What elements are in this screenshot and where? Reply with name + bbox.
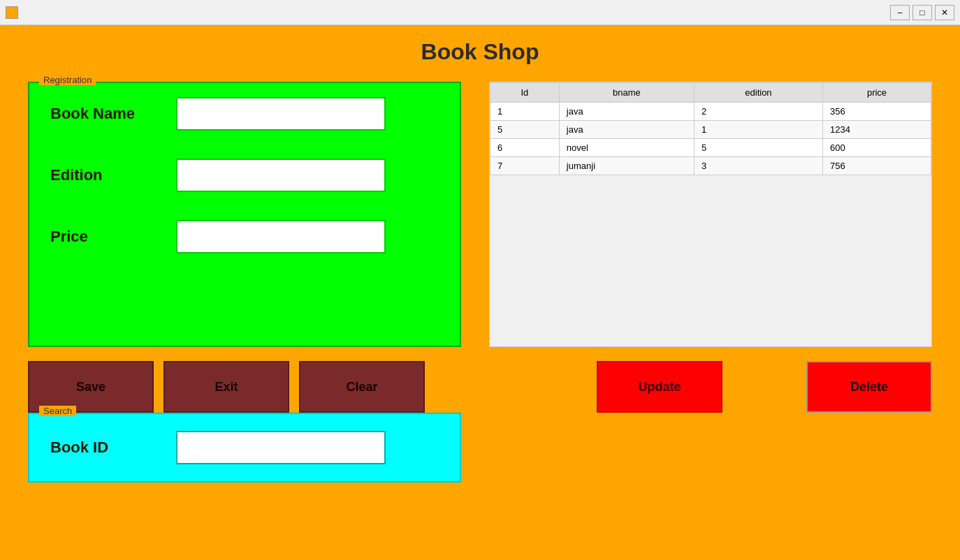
main-content: Book Shop Registration Book Name Edition… bbox=[0, 25, 960, 496]
page-title: Book Shop bbox=[28, 39, 932, 65]
title-bar-left bbox=[6, 6, 18, 19]
table-cell: java bbox=[559, 121, 694, 139]
content-row: Registration Book Name Edition Price Id bbox=[28, 82, 932, 347]
table-row[interactable]: 1java2356 bbox=[490, 103, 931, 121]
table-row[interactable]: 5java11234 bbox=[490, 121, 931, 139]
buttons-wrapper: Save Exit Clear Update Delete bbox=[28, 361, 932, 413]
search-legend: Search bbox=[39, 406, 76, 416]
table-cell: 5 bbox=[490, 121, 560, 139]
delete-button[interactable]: Delete bbox=[806, 361, 932, 413]
maximize-button[interactable]: □ bbox=[912, 5, 932, 20]
update-button[interactable]: Update bbox=[597, 361, 722, 413]
table-cell: 1234 bbox=[823, 121, 931, 139]
table-cell: 2 bbox=[694, 103, 822, 121]
price-label: Price bbox=[50, 228, 176, 246]
book-name-label: Book Name bbox=[50, 105, 176, 123]
book-name-input[interactable] bbox=[176, 97, 386, 131]
table-cell: 1 bbox=[490, 103, 560, 121]
title-bar-controls: – □ ✕ bbox=[890, 5, 954, 20]
col-price: price bbox=[823, 83, 931, 103]
table-cell: 756 bbox=[823, 157, 931, 175]
save-button[interactable]: Save bbox=[28, 361, 154, 413]
table-cell: jumanji bbox=[559, 157, 694, 175]
col-bname: bname bbox=[559, 83, 694, 103]
table-cell: 6 bbox=[490, 139, 560, 157]
book-name-row: Book Name bbox=[50, 97, 439, 131]
table-cell: 356 bbox=[823, 103, 931, 121]
table-cell: java bbox=[559, 103, 694, 121]
edition-row: Edition bbox=[50, 159, 439, 192]
table-cell: 3 bbox=[694, 157, 822, 175]
table-cell: 7 bbox=[490, 157, 560, 175]
book-table: Id bname edition price 1java23565java112… bbox=[490, 82, 931, 175]
app-icon bbox=[6, 6, 18, 19]
table-cell: 600 bbox=[823, 139, 931, 157]
col-edition: edition bbox=[694, 83, 822, 103]
book-id-input[interactable] bbox=[176, 431, 386, 464]
price-row: Price bbox=[50, 220, 439, 253]
edition-label: Edition bbox=[50, 166, 176, 184]
table-cell: 1 bbox=[694, 121, 822, 139]
minimize-button[interactable]: – bbox=[890, 5, 910, 20]
close-button[interactable]: ✕ bbox=[935, 5, 954, 20]
clear-button[interactable]: Clear bbox=[299, 361, 425, 413]
registration-panel: Registration Book Name Edition Price bbox=[28, 82, 461, 347]
search-panel: Search Book ID bbox=[28, 413, 461, 482]
table-header-row: Id bname edition price bbox=[490, 83, 931, 103]
registration-legend: Registration bbox=[39, 75, 96, 85]
table-cell: novel bbox=[559, 139, 694, 157]
book-id-label: Book ID bbox=[50, 439, 162, 457]
col-id: Id bbox=[490, 83, 560, 103]
exit-button[interactable]: Exit bbox=[163, 361, 289, 413]
price-input[interactable] bbox=[176, 220, 386, 253]
title-bar: – □ ✕ bbox=[0, 0, 960, 25]
table-row[interactable]: 6novel5600 bbox=[490, 139, 931, 157]
edition-input[interactable] bbox=[176, 159, 386, 192]
table-row[interactable]: 7jumanji3756 bbox=[490, 157, 931, 175]
table-cell: 5 bbox=[694, 139, 822, 157]
data-table-panel: Id bname edition price 1java23565java112… bbox=[489, 82, 932, 347]
